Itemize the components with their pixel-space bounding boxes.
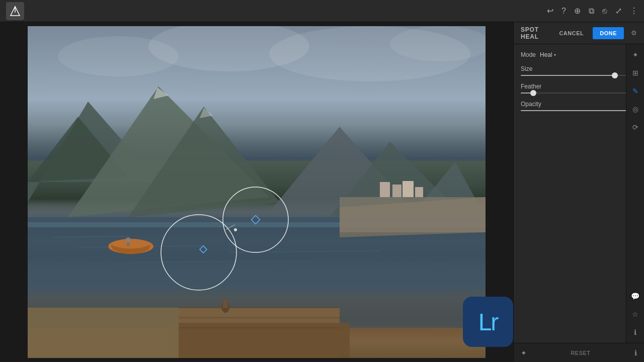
svg-line-19 [229,251,380,252]
opacity-slider-fill [521,110,637,111]
svg-marker-12 [405,162,486,222]
svg-point-5 [390,26,486,61]
right-panel: SPOT HEAL CANCEL DONE ⚙ Mode Heal ▾ Size [513,22,644,362]
lr-badge: Lr [463,297,513,347]
svg-rect-24 [392,185,401,197]
spot-heal-header: SPOT HEAL CANCEL DONE ⚙ [514,22,644,44]
svg-marker-9 [128,107,279,217]
size-label: Size [521,65,532,72]
svg-marker-6 [28,102,158,202]
feather-slider-thumb[interactable] [530,90,536,96]
feather-slider-header: Feather 11 [521,83,637,90]
size-slider-track[interactable] [521,75,637,76]
size-slider-fill [521,75,615,76]
photo-container [28,26,486,358]
topbar-icons: ↩ ? ⊕ ⧉ ⎋ ⤢ ⋮ [547,6,638,16]
svg-rect-33 [223,300,228,308]
opacity-slider-track[interactable] [521,110,637,111]
heal-overlay [28,26,486,358]
opacity-label: Opacity [521,101,541,108]
add-icon[interactable]: ⊕ [574,6,581,16]
tool-sidebar: ✦ ⊞ ✎ ◎ ⟳ 💬 ☆ ℹ [626,44,644,343]
topbar: ↩ ? ⊕ ⧉ ⎋ ⤢ ⋮ [0,0,644,22]
opacity-slider-header: Opacity 100 [521,101,637,108]
settings-icon[interactable]: ⚙ [631,29,637,37]
chevron-down-icon: ▾ [554,53,556,57]
svg-point-38 [223,187,288,252]
svg-rect-16 [28,222,486,227]
spot-heal-title: SPOT HEAL [521,26,550,40]
bottom-bar-left: ✦ [521,349,527,357]
svg-marker-8 [68,86,269,217]
mode-label: Mode [521,51,536,58]
svg-point-32 [221,301,229,313]
size-slider-row: Size 81 [521,65,637,76]
svg-rect-34 [28,308,179,358]
undo-icon[interactable]: ↩ [547,6,553,16]
mode-value-text: Heal [540,51,552,58]
feather-slider-track[interactable] [521,93,637,94]
size-slider-thumb[interactable] [612,72,618,78]
svg-rect-25 [403,181,414,197]
comment-icon[interactable]: 💬 [628,289,643,304]
lr-logo-text: Lr [478,308,498,336]
svg-marker-10 [269,127,410,212]
feather-slider-row: Feather 11 [521,83,637,94]
svg-point-36 [126,237,131,242]
svg-line-20 [128,260,330,262]
svg-marker-11 [330,142,460,217]
svg-rect-41 [200,246,207,253]
svg-rect-26 [415,187,423,197]
svg-point-40 [161,215,236,290]
reset-button[interactable]: RESET [568,348,593,358]
svg-rect-28 [169,323,350,358]
help-icon[interactable]: ? [561,7,566,16]
controls-panel: Mode Heal ▾ Size 81 [514,44,644,362]
bottom-bar: ✦ RESET ℹ [514,343,644,362]
app-logo [6,2,24,20]
svg-rect-15 [28,217,486,328]
filters-icon[interactable]: ◎ [628,102,643,117]
expand-icon[interactable]: ⤢ [615,6,622,16]
magic-tool-icon[interactable]: ✦ [521,349,527,357]
svg-rect-27 [179,308,340,358]
svg-rect-37 [127,242,130,246]
photo [28,26,486,358]
favorite-icon[interactable]: ☆ [628,307,643,322]
mode-row: Mode Heal ▾ [521,51,637,58]
svg-marker-14 [200,108,213,118]
svg-point-2 [58,36,179,76]
done-button[interactable]: DONE [593,27,624,39]
svg-point-3 [148,26,309,71]
crop-icon[interactable]: ⊞ [628,65,643,80]
svg-rect-22 [340,197,486,232]
svg-point-35 [108,239,153,254]
mode-dropdown[interactable]: Heal ▾ [540,51,556,58]
svg-rect-23 [380,182,390,197]
history-icon[interactable]: ⟳ [628,120,643,135]
svg-line-42 [225,225,235,230]
cancel-button[interactable]: CANCEL [555,28,588,38]
opacity-slider-row: Opacity 100 [521,101,637,111]
heal-tool-icon[interactable]: ✎ [628,83,643,99]
split-view-icon[interactable]: ⧉ [589,7,594,16]
share-icon[interactable]: ⎋ [602,7,607,16]
bottom-info-icon[interactable]: ℹ [634,349,637,357]
svg-line-18 [78,246,204,247]
svg-marker-21 [340,197,486,237]
svg-point-43 [234,228,237,231]
more-icon[interactable]: ⋮ [630,6,638,16]
image-area[interactable]: Lr [0,22,513,362]
feather-label: Feather [521,83,541,90]
svg-marker-7 [28,117,128,182]
size-slider-header: Size 81 [521,65,637,72]
bottom-bar-right: ℹ [634,349,637,357]
svg-marker-13 [153,87,169,99]
svg-rect-39 [252,216,260,224]
main-area: Lr SPOT HEAL CANCEL DONE ⚙ Mode Heal ▾ [0,22,644,362]
svg-point-4 [269,26,470,81]
auto-enhance-icon[interactable]: ✦ [628,47,643,62]
info-icon[interactable]: ℹ [628,325,643,340]
svg-line-17 [53,236,128,237]
